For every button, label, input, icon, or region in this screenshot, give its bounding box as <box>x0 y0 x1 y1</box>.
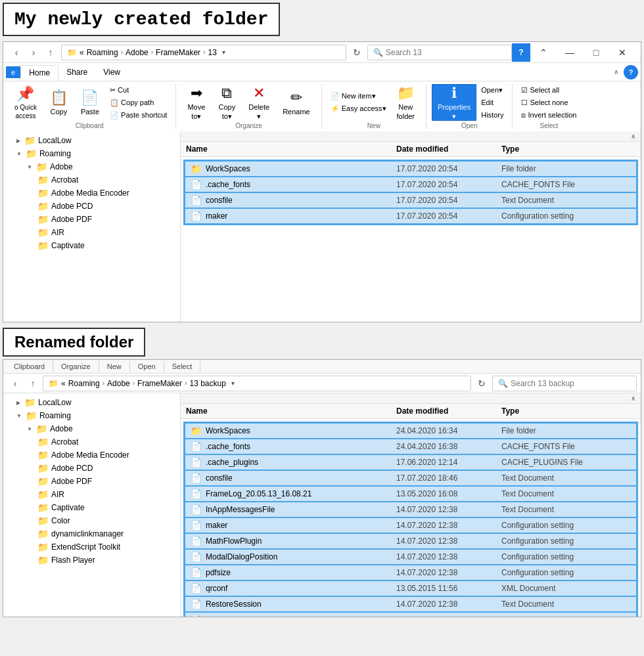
search-bar[interactable]: 🔍 <box>367 45 512 60</box>
sidebar-item-locallow[interactable]: ▶ 📁 LocalLow <box>3 134 180 147</box>
file-row-b-cache-fonts[interactable]: 📄 .cache_fonts 24.04.2020 16:38 CACHE_FO… <box>185 439 637 454</box>
file-row-b-qrconf[interactable]: 📄 qrconf 13.05.2015 11:56 XML Document <box>185 580 637 596</box>
bc-adobe-bottom[interactable]: Adobe <box>107 379 130 388</box>
file-row-b-inapp[interactable]: 📄 InAppMessagesFile 14.07.2020 12:38 Tex… <box>185 502 637 517</box>
compact-select[interactable]: Select <box>164 361 201 372</box>
bc-13backup-bottom[interactable]: 13 backup <box>189 379 225 388</box>
sidebar-item-air[interactable]: 📁 AIR <box>3 226 180 239</box>
maximize-button[interactable]: □ <box>583 43 609 62</box>
sidebar-item-acrobat[interactable]: 📁 Acrobat <box>3 173 180 186</box>
sidebar-bottom-flash[interactable]: 📁 Flash Player <box>3 554 180 567</box>
sidebar-bottom-adobe[interactable]: ▼ 📁 Adobe <box>3 422 180 435</box>
new-item-button[interactable]: 📄 New item▾ <box>327 91 390 102</box>
col-header-name-bottom[interactable]: Name <box>186 406 396 416</box>
sidebar-item-roaming[interactable]: ▼ 📁 Roaming <box>3 147 180 160</box>
select-none-button[interactable]: ☐ Select none <box>518 97 580 108</box>
file-row-workspaces[interactable]: 📁 WorkSpaces 17.07.2020 20:54 File folde… <box>185 161 637 177</box>
sidebar-bottom-captivate[interactable]: 📁 Captivate <box>3 501 180 514</box>
refresh-button[interactable]: ↻ <box>349 45 365 60</box>
new-folder-button[interactable]: 📁 New folder <box>391 84 421 121</box>
minimize-button[interactable]: — <box>557 43 583 62</box>
breadcrumb-dropdown-icon[interactable]: ▾ <box>222 49 225 56</box>
search-input[interactable] <box>386 48 506 57</box>
compact-new[interactable]: New <box>99 361 130 372</box>
col-header-name[interactable]: Name <box>186 144 396 154</box>
pin-to-quick-access-button[interactable]: 📌 o Quick access <box>9 84 43 121</box>
collapse-header-arrow-bottom[interactable]: ∧ <box>181 393 641 404</box>
file-row-cache-fonts[interactable]: 📄 .cache_fonts 17.07.2020 20:54 CACHE_FO… <box>185 177 637 192</box>
cut-button[interactable]: ✂ Cut <box>106 84 170 96</box>
compact-open[interactable]: Open <box>130 361 164 372</box>
sidebar-item-ame[interactable]: 📁 Adobe Media Encoder <box>3 186 180 200</box>
sidebar-bottom-color[interactable]: 📁 Color <box>3 514 180 527</box>
file-row-b-framelog[interactable]: 📄 FrameLog_20.05.13_16.08.21 13.05.2020 … <box>185 486 637 502</box>
sidebar-bottom-locallow[interactable]: ▶ 📁 LocalLow <box>3 396 180 409</box>
sidebar-item-captivate[interactable]: 📁 Captivate <box>3 239 180 252</box>
file-row-maker[interactable]: 📄 maker 17.07.2020 20:54 Configuration s… <box>185 208 637 224</box>
nav-up-button-bottom[interactable]: ↑ <box>26 376 40 391</box>
breadcrumb[interactable]: 📁 « Roaming › Adobe › FrameMaker › 13 ▾ <box>61 45 346 60</box>
col-header-date[interactable]: Date modified <box>396 144 501 154</box>
refresh-button-bottom[interactable]: ↻ <box>474 376 490 391</box>
sidebar-bottom-roaming[interactable]: ▼ 📁 Roaming <box>3 409 180 422</box>
sidebar-bottom-dlm[interactable]: 📁 dynamiclinkmanager <box>3 527 180 540</box>
bc-roaming-bottom[interactable]: Roaming <box>68 379 100 388</box>
compact-organize[interactable]: Organize <box>53 361 99 372</box>
sidebar-bottom-est[interactable]: 📁 ExtendScript Toolkit <box>3 540 180 554</box>
close-button[interactable]: ✕ <box>609 43 635 62</box>
file-row-b-restoresession[interactable]: 📄 RestoreSession 14.07.2020 12:38 Text D… <box>185 596 637 612</box>
open-button[interactable]: Open▾ <box>478 84 507 96</box>
col-header-type[interactable]: Type <box>501 144 635 154</box>
file-row-b-scripting[interactable]: 📄 SCRIPTING.cfg 14.07.2020 12:38 CFG Fil… <box>185 612 637 617</box>
history-button[interactable]: History <box>478 109 507 121</box>
breadcrumb-bottom[interactable]: 📁 « Roaming › Adobe › FrameMaker › 13 ba… <box>43 376 471 391</box>
tab-e[interactable]: e <box>6 66 20 78</box>
properties-button[interactable]: ℹ Properties ▾ <box>432 84 476 121</box>
delete-button[interactable]: ✕ Delete ▾ <box>242 84 275 121</box>
sidebar-item-adobepcd[interactable]: 📁 Adobe PCD <box>3 200 180 213</box>
tab-view[interactable]: View <box>95 65 128 79</box>
edit-button[interactable]: Edit <box>478 97 507 108</box>
file-row-b-modal[interactable]: 📄 ModalDialogPosition 14.07.2020 12:38 C… <box>185 549 637 565</box>
sidebar-bottom-ame[interactable]: 📁 Adobe Media Encoder <box>3 448 180 462</box>
file-row-b-workspaces[interactable]: 📁 WorkSpaces 24.04.2020 16:34 File folde… <box>185 423 637 439</box>
nav-forward-button[interactable]: › <box>26 45 41 60</box>
copy-path-button[interactable]: 📋 Copy path <box>106 97 170 108</box>
ribbon-expand-button[interactable]: ∧ <box>608 64 624 80</box>
nav-up-button[interactable]: ↑ <box>43 45 58 60</box>
breadcrumb-13[interactable]: 13 <box>208 48 216 57</box>
compact-clipboard[interactable]: Clipboard <box>6 361 53 372</box>
sidebar-bottom-adobepdf[interactable]: 📁 Adobe PDF <box>3 475 180 488</box>
breadcrumb-adobe[interactable]: Adobe <box>126 48 149 57</box>
help-button[interactable]: ? <box>512 43 530 62</box>
file-row-b-pdfsize[interactable]: 📄 pdfsize 14.07.2020 12:38 Configuration… <box>185 565 637 580</box>
help-ribbon-button[interactable]: ? <box>624 65 638 79</box>
file-row-consfile[interactable]: 📄 consfile 17.07.2020 20:54 Text Documen… <box>185 192 637 208</box>
bc-dropdown-icon-bottom[interactable]: ▾ <box>231 380 235 387</box>
file-row-b-mathflow[interactable]: 📄 MathFlowPlugin 14.07.2020 12:38 Config… <box>185 533 637 549</box>
rename-button[interactable]: ✏ Rename <box>277 84 316 121</box>
sidebar-bottom-adobepcd[interactable]: 📁 Adobe PCD <box>3 462 180 475</box>
ribbon-collapse-button[interactable]: ⌃ <box>530 43 557 62</box>
tab-home[interactable]: Home <box>20 65 58 81</box>
easy-access-button[interactable]: ⚡ Easy access▾ <box>327 103 390 115</box>
file-row-b-consfile[interactable]: 📄 consfile 17.07.2020 18:46 Text Documen… <box>185 470 637 486</box>
file-row-b-cache-plugins[interactable]: 📄 .cache_plugins 17.06.2020 12:14 CACHE_… <box>185 454 637 470</box>
copy-to-button[interactable]: ⧉ Copy to▾ <box>212 84 241 121</box>
bc-framemaker-bottom[interactable]: FrameMaker <box>137 379 182 388</box>
sidebar-item-adobepdf[interactable]: 📁 Adobe PDF <box>3 213 180 226</box>
paste-shortcut-button[interactable]: 📄 Paste shortcut <box>106 109 170 121</box>
breadcrumb-roaming[interactable]: Roaming <box>87 48 118 57</box>
file-row-b-maker[interactable]: 📄 maker 14.07.2020 12:38 Configuration s… <box>185 517 637 533</box>
move-to-button[interactable]: ➡ Move to▾ <box>181 84 211 121</box>
breadcrumb-framemaker[interactable]: FrameMaker <box>156 48 200 57</box>
search-bar-bottom[interactable]: 🔍 <box>492 376 637 391</box>
collapse-header-arrow[interactable]: ∧ <box>181 131 641 142</box>
nav-back-button[interactable]: ‹ <box>9 45 24 60</box>
col-header-date-bottom[interactable]: Date modified <box>396 406 501 416</box>
col-header-type-bottom[interactable]: Type <box>501 406 635 416</box>
search-input-bottom[interactable] <box>511 379 631 388</box>
invert-selection-button[interactable]: ⧈ Invert selection <box>518 109 580 121</box>
sidebar-item-adobe[interactable]: ▼ 📁 Adobe <box>3 160 180 173</box>
sidebar-bottom-acrobat[interactable]: 📁 Acrobat <box>3 435 180 448</box>
